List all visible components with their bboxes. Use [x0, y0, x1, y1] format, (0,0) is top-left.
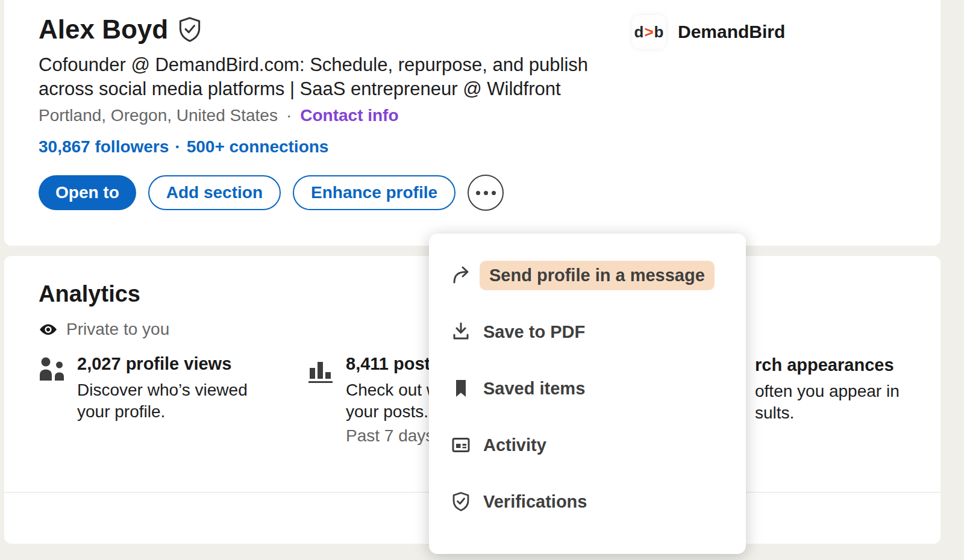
stat-desc-line: your posts. [346, 401, 439, 423]
people-icon [39, 356, 66, 423]
company-link[interactable]: d > b DemandBird [632, 15, 785, 49]
activity-icon [451, 435, 471, 455]
location-row: Portland, Oregon, United States · Contac… [39, 106, 399, 125]
enhance-profile-button[interactable]: Enhance profile [293, 175, 455, 210]
profile-card: Alex Boyd Cofounder @ DemandBird.com: Sc… [4, 0, 941, 246]
stat-desc-line: sults. [755, 402, 900, 424]
menu-item-activity[interactable]: Activity [429, 430, 746, 460]
share-arrow-icon [451, 265, 472, 285]
company-logo-icon: d > b [632, 15, 666, 49]
logo-letter-b: b [654, 23, 664, 42]
profile-headline: Cofounder @ DemandBird.com: Schedule, re… [39, 53, 623, 101]
company-name: DemandBird [678, 22, 785, 42]
action-buttons-row: Open to Add section Enhance profile [39, 175, 504, 211]
profile-name-row: Alex Boyd [39, 14, 202, 45]
stat-desc-line: Check out w [346, 379, 439, 401]
stat-profile-views[interactable]: 2,027 profile views Discover who’s viewe… [39, 354, 248, 423]
ellipsis-icon [476, 191, 496, 195]
stat-text: 2,027 profile views Discover who’s viewe… [77, 354, 248, 423]
profile-name: Alex Boyd [39, 14, 168, 45]
menu-item-verifications[interactable]: Verifications [429, 487, 746, 517]
connections-link[interactable]: 500+ connections [187, 137, 329, 157]
stat-desc-line: Discover who’s viewed [77, 379, 248, 401]
stat-title: rch appearances [755, 355, 900, 375]
menu-item-label: Send profile in a message [480, 261, 715, 290]
menu-item-label: Verifications [483, 492, 587, 512]
menu-item-send-profile[interactable]: Send profile in a message [429, 260, 746, 290]
bookmark-icon [451, 378, 471, 399]
logo-arrow: > [643, 23, 654, 42]
verified-badge-icon [178, 16, 202, 43]
logo-letter-d: d [634, 23, 644, 42]
privacy-label: Private to you [66, 320, 169, 339]
menu-item-saved-items[interactable]: Saved items [429, 373, 746, 403]
shield-check-icon [451, 491, 471, 512]
stat-desc-line: your profile. [77, 401, 248, 423]
stat-post-impressions[interactable]: 8,411 post Check out w your posts. Past … [307, 354, 439, 447]
separator-dot: · [175, 137, 180, 157]
add-section-button[interactable]: Add section [148, 175, 281, 210]
stat-text: 8,411 post Check out w your posts. Past … [346, 354, 439, 447]
privacy-row: Private to you [39, 320, 169, 339]
stat-title: 8,411 post [346, 354, 439, 374]
stat-timeframe: Past 7 days [346, 425, 439, 447]
stat-desc-line: often you appear in [755, 381, 900, 402]
stat-title: 2,027 profile views [77, 354, 248, 374]
separator-dot: · [286, 106, 292, 125]
followers-link[interactable]: 30,867 followers [39, 137, 169, 157]
analytics-title: Analytics [39, 281, 140, 307]
more-actions-button[interactable] [468, 175, 504, 211]
menu-item-label: Save to PDF [483, 322, 585, 342]
eye-icon [39, 323, 58, 337]
menu-item-label: Saved items [483, 379, 585, 399]
followers-row: 30,867 followers · 500+ connections [39, 137, 328, 157]
menu-item-label: Activity [483, 435, 546, 455]
open-to-button[interactable]: Open to [39, 175, 136, 210]
more-actions-menu: Send profile in a message Save to PDF Sa… [429, 234, 746, 554]
stat-search-appearances[interactable]: rch appearances often you appear in sult… [755, 355, 900, 424]
contact-info-link[interactable]: Contact info [300, 106, 398, 125]
bar-chart-icon [307, 356, 335, 447]
profile-page: Alex Boyd Cofounder @ DemandBird.com: Sc… [0, 0, 964, 560]
menu-item-save-to-pdf[interactable]: Save to PDF [429, 317, 746, 347]
profile-location: Portland, Oregon, United States [39, 106, 278, 125]
stat-text: rch appearances often you appear in sult… [755, 355, 900, 424]
download-icon [451, 322, 471, 342]
